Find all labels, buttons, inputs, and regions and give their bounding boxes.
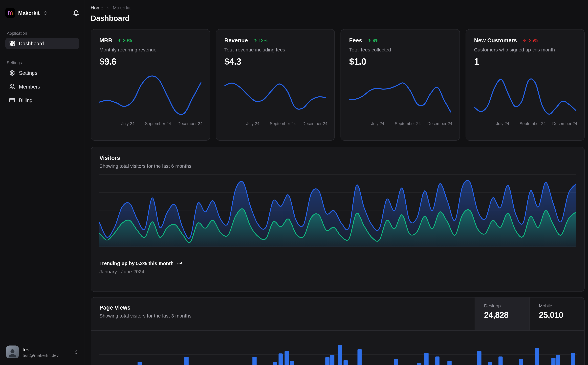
user-menu[interactable]: test test@makerkit.dev bbox=[5, 344, 79, 360]
toggle-mobile[interactable]: Mobile 25,010 bbox=[529, 297, 584, 330]
bar bbox=[571, 353, 575, 365]
x-tick-label: December 24 bbox=[427, 121, 452, 126]
bar bbox=[343, 360, 347, 365]
x-axis-ticks: July 24September 24December 24 bbox=[224, 121, 326, 127]
visitors-period: January - June 2024 bbox=[99, 269, 576, 274]
bar bbox=[488, 362, 492, 365]
credit-card-icon bbox=[9, 97, 15, 103]
bar bbox=[278, 353, 283, 365]
arrow-up-icon bbox=[367, 38, 372, 42]
stat-title: Revenue bbox=[224, 37, 248, 43]
page-views-card: Page Views Showing total visitors for th… bbox=[91, 297, 585, 365]
stat-value: $4.3 bbox=[224, 56, 326, 67]
visitors-trend-text: Trending up by 5.2% this month bbox=[99, 260, 174, 266]
bar bbox=[435, 357, 439, 365]
x-tick-label: July 24 bbox=[246, 121, 260, 126]
sparkline-chart bbox=[99, 73, 201, 119]
stat-title: New Customers bbox=[474, 37, 517, 43]
breadcrumb: Home Makerkit bbox=[91, 5, 585, 11]
trending-up-icon bbox=[177, 260, 182, 266]
bar bbox=[477, 351, 481, 365]
bar bbox=[290, 361, 294, 365]
chevron-right-icon bbox=[106, 6, 110, 10]
sparkline-chart bbox=[224, 73, 326, 119]
visitors-card: Visitors Showing total visitors for the … bbox=[91, 147, 585, 292]
layout-dashboard-icon bbox=[9, 40, 15, 47]
main-content: Home Makerkit Dashboard MRR 20% Monthly … bbox=[85, 0, 588, 365]
x-tick-label: September 24 bbox=[519, 121, 546, 126]
sidebar-item-settings[interactable]: Settings bbox=[5, 67, 79, 79]
stat-title: Fees bbox=[349, 37, 362, 43]
sidebar-item-billing[interactable]: Billing bbox=[5, 94, 79, 106]
trend-badge: 20% bbox=[118, 38, 132, 43]
page-title: Dashboard bbox=[91, 14, 585, 23]
sparkline-chart bbox=[474, 73, 576, 119]
bell-icon[interactable] bbox=[73, 10, 79, 16]
bar bbox=[424, 353, 428, 365]
bar bbox=[338, 345, 342, 365]
arrow-up-icon bbox=[253, 38, 257, 42]
arrow-up-icon bbox=[118, 38, 122, 42]
arrow-down-icon bbox=[522, 38, 526, 42]
stat-card-fees: Fees 9% Total fees collected $1.0 July 2… bbox=[340, 29, 460, 141]
x-tick-label: July 24 bbox=[121, 121, 134, 126]
sidebar-item-label: Dashboard bbox=[19, 41, 44, 46]
visitors-area-chart bbox=[99, 174, 576, 247]
bar bbox=[551, 358, 555, 365]
x-axis-ticks: July 24September 24December 24 bbox=[474, 121, 576, 127]
sidebar-item-dashboard[interactable]: Dashboard bbox=[5, 38, 79, 49]
bar bbox=[519, 359, 523, 365]
chevrons-up-down-icon[interactable] bbox=[43, 10, 48, 15]
users-icon bbox=[9, 84, 15, 90]
x-tick-label: July 24 bbox=[371, 121, 384, 126]
bar bbox=[556, 355, 560, 365]
sidebar-item-label: Billing bbox=[19, 97, 32, 103]
visitors-title: Visitors bbox=[99, 154, 576, 161]
stat-value: $9.6 bbox=[99, 56, 201, 67]
sidebar: m Makerkit Application Dashboard Setting… bbox=[0, 0, 85, 365]
page-views-header: Page Views Showing total visitors for th… bbox=[91, 297, 584, 331]
stat-value: 1 bbox=[474, 56, 576, 67]
x-tick-label: July 24 bbox=[496, 121, 509, 126]
toggle-desktop[interactable]: Desktop 24,828 bbox=[475, 297, 529, 330]
page-views-title: Page Views bbox=[99, 304, 191, 311]
stat-subtitle: Monthly recurring revenue bbox=[99, 47, 201, 52]
trend-badge: -25% bbox=[522, 38, 538, 43]
page-views-subtitle: Showing total visitors for the last 3 mo… bbox=[99, 313, 191, 319]
bar bbox=[535, 348, 539, 365]
x-tick-label: September 24 bbox=[145, 121, 171, 126]
stat-card-mrr: MRR 20% Monthly recurring revenue $9.6 J… bbox=[91, 29, 210, 141]
stat-title: MRR bbox=[99, 37, 112, 43]
user-email: test@makerkit.dev bbox=[23, 353, 59, 357]
sparkline-chart bbox=[349, 73, 451, 119]
page-views-bar-chart bbox=[99, 331, 577, 365]
stat-card-revenue: Revenue 12% Total revenue including fees… bbox=[215, 29, 335, 141]
breadcrumb-home-link[interactable]: Home bbox=[91, 5, 103, 11]
gear-icon bbox=[9, 70, 15, 76]
bar bbox=[138, 362, 142, 365]
stat-subtitle: Customers who signed up this month bbox=[474, 47, 576, 52]
workspace-header: m Makerkit bbox=[5, 6, 79, 20]
avatar bbox=[6, 345, 19, 358]
bar bbox=[417, 363, 421, 365]
sidebar-item-members[interactable]: Members bbox=[5, 81, 79, 92]
bar bbox=[447, 361, 451, 365]
x-tick-label: December 24 bbox=[178, 121, 202, 126]
sidebar-item-label: Members bbox=[19, 84, 40, 89]
app-window: m Makerkit Application Dashboard Setting… bbox=[0, 0, 588, 365]
bar bbox=[394, 359, 398, 365]
sidebar-section-settings: Settings bbox=[7, 61, 78, 65]
x-axis-ticks: July 24September 24December 24 bbox=[349, 121, 451, 127]
visitors-subtitle: Showing total visitors for the last 6 mo… bbox=[99, 163, 576, 169]
chevrons-up-down-icon bbox=[74, 350, 79, 354]
user-name: test bbox=[23, 346, 59, 352]
stat-subtitle: Total revenue including fees bbox=[224, 47, 326, 52]
workspace-selector[interactable]: Makerkit bbox=[18, 10, 40, 16]
bar bbox=[252, 357, 256, 365]
breadcrumb-current: Makerkit bbox=[113, 5, 131, 11]
visitors-footer: Trending up by 5.2% this month January -… bbox=[99, 260, 576, 274]
x-tick-label: December 24 bbox=[303, 121, 327, 126]
sidebar-item-label: Settings bbox=[19, 70, 37, 76]
user-meta: test test@makerkit.dev bbox=[23, 346, 59, 357]
bar bbox=[184, 357, 188, 365]
